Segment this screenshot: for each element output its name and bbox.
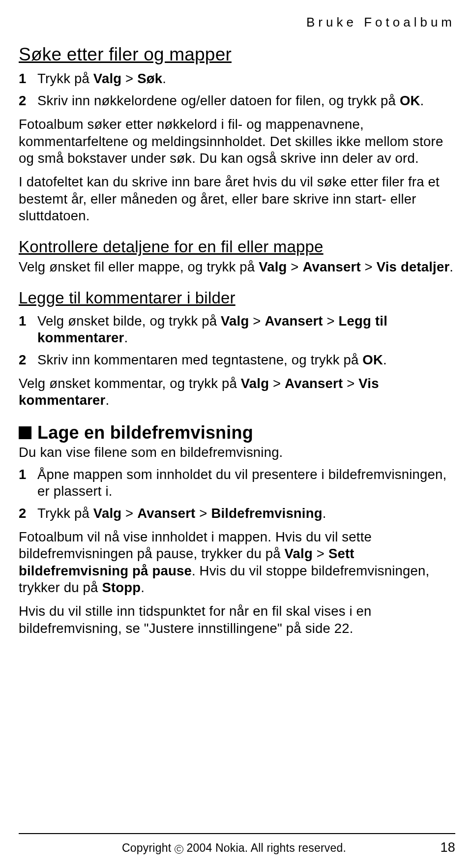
heading-slideshow: Lage en bildefremvisning xyxy=(19,423,457,443)
step-text: Skriv inn nøkkelordene og/eller datoen f… xyxy=(37,92,457,109)
copyright-text: Copyright C 2004 Nokia. All rights reser… xyxy=(122,841,346,855)
document-page: Bruke Fotoalbum Søke etter filer og mapp… xyxy=(0,0,472,868)
heading-search-files: Søke etter filer og mapper xyxy=(19,44,457,65)
bold-sok: Søk xyxy=(137,71,162,86)
step-number: 2 xyxy=(19,352,30,368)
copyright-icon: C xyxy=(175,845,183,854)
page-footer: Copyright C 2004 Nokia. All rights reser… xyxy=(0,833,472,855)
heading-add-comments: Legge til kommentarer i bilder xyxy=(19,288,457,308)
list-item: 2 Trykk på Valg > Avansert > Bildefremvi… xyxy=(19,505,457,522)
paragraph: Fotoalbum søker etter nøkkelord i fil- o… xyxy=(19,116,457,167)
step-number: 1 xyxy=(19,313,30,347)
step-text: Velg ønsket bilde, og trykk på Valg > Av… xyxy=(37,313,457,347)
square-bullet-icon xyxy=(19,426,31,439)
step-text: Trykk på Valg > Avansert > Bildefremvisn… xyxy=(37,505,457,522)
paragraph: Fotoalbum vil nå vise innholdet i mappen… xyxy=(19,529,457,597)
page-number: 18 xyxy=(441,840,455,855)
step-text: Åpne mappen som innholdet du vil present… xyxy=(37,466,457,500)
paragraph: Velg ønsket kommentar, og trykk på Valg … xyxy=(19,375,457,409)
list-item: 1 Velg ønsket bilde, og trykk på Valg > … xyxy=(19,313,457,347)
heading-text: Lage en bildefremvisning xyxy=(37,423,253,443)
list-item: 2 Skriv inn kommentaren med tegntastene,… xyxy=(19,352,457,368)
list-item: 1 Trykk på Valg > Søk. xyxy=(19,70,457,87)
step-number: 2 xyxy=(19,505,30,522)
step-number: 1 xyxy=(19,70,30,87)
list-item: 2 Skriv inn nøkkelordene og/eller datoen… xyxy=(19,92,457,109)
running-header: Bruke Fotoalbum xyxy=(19,15,457,30)
heading-check-details: Kontrollere detaljene for en fil eller m… xyxy=(19,237,457,257)
step-text: Trykk på Valg > Søk. xyxy=(37,70,457,87)
paragraph: Hvis du vil stille inn tidspunktet for n… xyxy=(19,603,457,637)
list-item: 1 Åpne mappen som innholdet du vil prese… xyxy=(19,466,457,500)
bold-valg: Valg xyxy=(93,71,121,86)
step-text: Skriv inn kommentaren med tegntastene, o… xyxy=(37,352,457,368)
step-number: 1 xyxy=(19,466,30,500)
paragraph: Velg ønsket fil eller mappe, og trykk på… xyxy=(19,259,457,275)
paragraph: Du kan vise filene som en bildefremvisni… xyxy=(19,444,457,461)
bold-ok: OK xyxy=(400,93,420,108)
footer-divider xyxy=(19,833,455,834)
paragraph: I datofeltet kan du skrive inn bare året… xyxy=(19,174,457,224)
step-number: 2 xyxy=(19,92,30,109)
